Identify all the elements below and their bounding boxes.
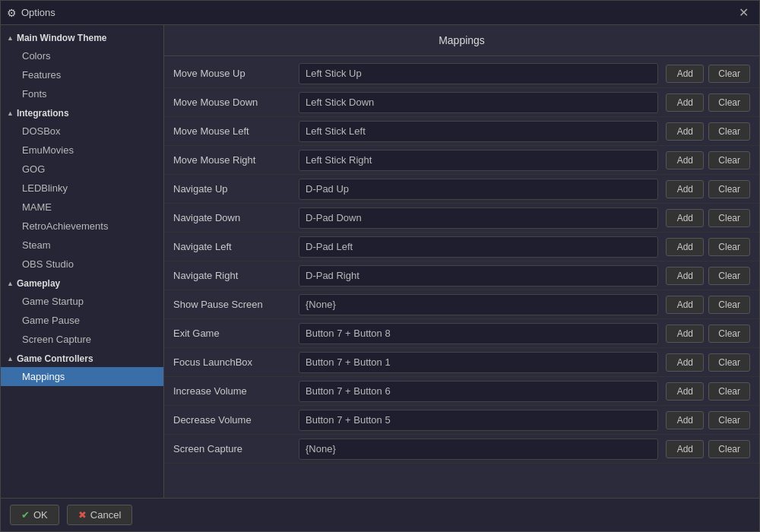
titlebar-left: ⚙ Options bbox=[7, 7, 55, 19]
mapping-buttons: AddClear bbox=[666, 440, 750, 458]
add-button[interactable]: Add bbox=[666, 93, 704, 112]
arrow-icon: ▲ bbox=[7, 34, 14, 42]
mapping-action-label: Move Mouse Right bbox=[173, 154, 299, 166]
clear-button[interactable]: Clear bbox=[708, 180, 750, 198]
mapping-action-label: Exit Game bbox=[173, 328, 299, 339]
add-button[interactable]: Add bbox=[666, 65, 704, 83]
mapping-action-label: Decrease Volume bbox=[173, 414, 299, 426]
mapping-value-field[interactable]: {None} bbox=[299, 294, 658, 315]
add-button[interactable]: Add bbox=[666, 180, 704, 198]
sidebar-item-dosbox[interactable]: DOSBox bbox=[1, 122, 163, 141]
group-label-main-window-theme: Main Window Theme bbox=[17, 33, 107, 43]
mapping-action-label: Navigate Right bbox=[173, 270, 299, 281]
sidebar-item-gog[interactable]: GOG bbox=[1, 160, 163, 179]
mapping-value-field[interactable]: D-Pad Down bbox=[299, 207, 658, 229]
mapping-row: Navigate RightD-Pad RightAddClear bbox=[164, 261, 759, 290]
mapping-buttons: AddClear bbox=[666, 238, 750, 256]
section-title: Mappings bbox=[164, 25, 759, 56]
clear-button[interactable]: Clear bbox=[708, 151, 750, 169]
sidebar-item-game-pause[interactable]: Game Pause bbox=[1, 311, 163, 330]
mapping-value-field[interactable]: D-Pad Up bbox=[299, 179, 658, 200]
sidebar-item-ledblinky[interactable]: LEDBlinky bbox=[1, 179, 163, 198]
clear-button[interactable]: Clear bbox=[708, 440, 750, 458]
clear-button[interactable]: Clear bbox=[708, 296, 750, 314]
mapping-row: Move Mouse LeftLeft Stick LeftAddClear bbox=[164, 117, 759, 146]
mapping-value-field[interactable]: Button 7 + Button 1 bbox=[299, 352, 658, 373]
sidebar-item-retroachievements[interactable]: RetroAchievements bbox=[1, 217, 163, 236]
mapping-buttons: AddClear bbox=[666, 180, 750, 198]
group-label-integrations: Integrations bbox=[17, 108, 69, 119]
mapping-buttons: AddClear bbox=[666, 411, 750, 429]
mapping-value-field[interactable]: Left Stick Right bbox=[299, 150, 658, 171]
mapping-action-label: Navigate Down bbox=[173, 212, 299, 223]
mapping-value-field[interactable]: Left Stick Left bbox=[299, 121, 658, 142]
sidebar-item-game-startup[interactable]: Game Startup bbox=[1, 292, 163, 311]
ok-icon: ✔ bbox=[21, 509, 30, 521]
mapping-value-field[interactable]: Left Stick Up bbox=[299, 63, 658, 84]
mapping-value-field[interactable]: D-Pad Left bbox=[299, 236, 658, 258]
clear-button[interactable]: Clear bbox=[708, 382, 750, 401]
clear-button[interactable]: Clear bbox=[708, 238, 750, 256]
sidebar-item-screen-capture[interactable]: Screen Capture bbox=[1, 330, 163, 349]
clear-button[interactable]: Clear bbox=[708, 267, 750, 285]
clear-button[interactable]: Clear bbox=[708, 411, 750, 429]
sidebar-item-colors[interactable]: Colors bbox=[1, 46, 163, 65]
arrow-icon-game-controllers: ▲ bbox=[7, 355, 14, 363]
mapping-row: Move Mouse RightLeft Stick RightAddClear bbox=[164, 146, 759, 175]
sidebar-group-main-window-theme[interactable]: ▲ Main Window Theme bbox=[1, 28, 163, 46]
clear-button[interactable]: Clear bbox=[708, 93, 750, 112]
mapping-value-field[interactable]: D-Pad Right bbox=[299, 265, 658, 287]
sidebar-group-gameplay[interactable]: ▲ Gameplay bbox=[1, 274, 163, 292]
sidebar-item-steam[interactable]: Steam bbox=[1, 236, 163, 255]
mapping-value-field[interactable]: Button 7 + Button 8 bbox=[299, 323, 658, 344]
sidebar-item-mappings[interactable]: Mappings bbox=[1, 367, 163, 386]
close-button[interactable]: ✕ bbox=[734, 4, 753, 21]
arrow-icon-integrations: ▲ bbox=[7, 109, 14, 117]
sidebar-item-mame[interactable]: MAME bbox=[1, 198, 163, 217]
group-label-gameplay: Gameplay bbox=[17, 278, 60, 289]
main-content: Mappings Move Mouse UpLeft Stick UpAddCl… bbox=[164, 25, 759, 498]
sidebar-item-emumovies[interactable]: EmuMovies bbox=[1, 141, 163, 160]
mapping-action-label: Show Pause Screen bbox=[173, 299, 299, 310]
mapping-value-field[interactable]: Left Stick Down bbox=[299, 92, 658, 113]
clear-button[interactable]: Clear bbox=[708, 353, 750, 372]
sidebar-group-integrations[interactable]: ▲ Integrations bbox=[1, 103, 163, 122]
add-button[interactable]: Add bbox=[666, 122, 704, 141]
mapping-row: Move Mouse DownLeft Stick DownAddClear bbox=[164, 88, 759, 117]
mapping-buttons: AddClear bbox=[666, 209, 750, 227]
cancel-button[interactable]: ✖ Cancel bbox=[67, 505, 132, 525]
add-button[interactable]: Add bbox=[666, 209, 704, 227]
clear-button[interactable]: Clear bbox=[708, 65, 750, 83]
mapping-buttons: AddClear bbox=[666, 296, 750, 314]
add-button[interactable]: Add bbox=[666, 267, 704, 285]
add-button[interactable]: Add bbox=[666, 353, 704, 372]
mapping-value-field[interactable]: Button 7 + Button 6 bbox=[299, 381, 658, 402]
mapping-row: Exit GameButton 7 + Button 8AddClear bbox=[164, 319, 759, 348]
mapping-buttons: AddClear bbox=[666, 151, 750, 169]
add-button[interactable]: Add bbox=[666, 151, 704, 169]
sidebar-item-obs-studio[interactable]: OBS Studio bbox=[1, 255, 163, 274]
add-button[interactable]: Add bbox=[666, 296, 704, 314]
add-button[interactable]: Add bbox=[666, 411, 704, 429]
clear-button[interactable]: Clear bbox=[708, 209, 750, 227]
clear-button[interactable]: Clear bbox=[708, 325, 750, 343]
mapping-row: Focus LaunchBoxButton 7 + Button 1AddCle… bbox=[164, 348, 759, 377]
mapping-value-field[interactable]: Button 7 + Button 5 bbox=[299, 410, 658, 431]
clear-button[interactable]: Clear bbox=[708, 122, 750, 141]
add-button[interactable]: Add bbox=[666, 382, 704, 401]
mapping-row: Screen Capture{None}AddClear bbox=[164, 435, 759, 464]
window-title: Options bbox=[21, 7, 55, 18]
add-button[interactable]: Add bbox=[666, 440, 704, 458]
mapping-buttons: AddClear bbox=[666, 65, 750, 83]
mapping-value-field[interactable]: {None} bbox=[299, 439, 658, 460]
sidebar-group-game-controllers[interactable]: ▲ Game Controllers bbox=[1, 349, 163, 367]
ok-button[interactable]: ✔ OK bbox=[10, 505, 59, 525]
mapping-row: Decrease VolumeButton 7 + Button 5AddCle… bbox=[164, 406, 759, 435]
add-button[interactable]: Add bbox=[666, 238, 704, 256]
sidebar-item-fonts[interactable]: Fonts bbox=[1, 84, 163, 103]
mapping-row: Navigate UpD-Pad UpAddClear bbox=[164, 175, 759, 204]
mapping-action-label: Move Mouse Down bbox=[173, 97, 299, 108]
sidebar-item-features[interactable]: Features bbox=[1, 65, 163, 84]
sidebar: ▲ Main Window Theme Colors Features Font… bbox=[1, 25, 164, 498]
add-button[interactable]: Add bbox=[666, 325, 704, 343]
